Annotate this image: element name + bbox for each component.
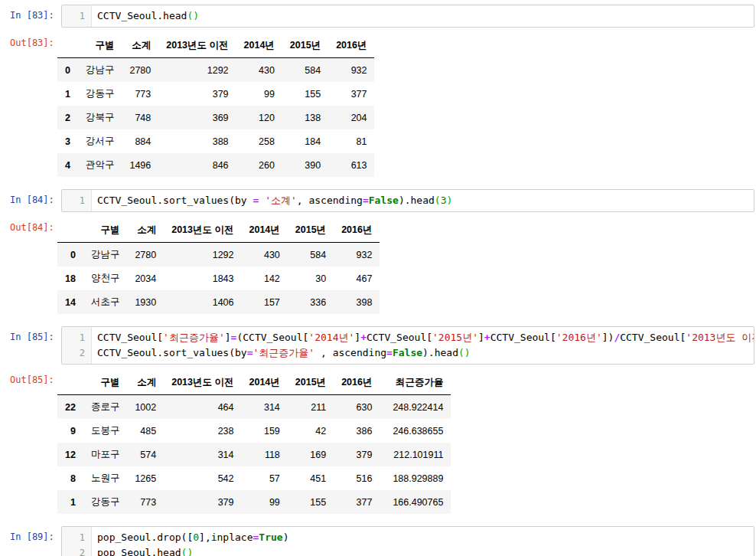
code-token: CCTV_Seoul.sort_values(by <box>97 347 247 358</box>
code-input-area[interactable]: 12CCTV_Seoul['최근증가율']=(CCTV_Seoul['2014년… <box>61 326 754 365</box>
table-row: 9도봉구48523815942386246.638655 <box>57 419 451 443</box>
code-editor[interactable]: CCTV_Seoul['최근증가율']=(CCTV_Seoul['2014년']… <box>92 327 754 364</box>
table-cell: 강남구 <box>83 243 128 267</box>
table-cell: 99 <box>236 82 282 106</box>
table-cell: 258 <box>236 129 282 153</box>
code-input-area[interactable]: 1CCTV_Seoul.sort_values(by = '소계', ascen… <box>61 189 754 212</box>
column-header <box>57 34 78 58</box>
table-cell: 212.101911 <box>380 443 451 466</box>
table-cell: 155 <box>288 490 334 514</box>
table-cell: 강동구 <box>83 490 128 514</box>
code-token: CCTV_Seoul[ <box>97 332 163 343</box>
table-cell: 30 <box>288 267 334 290</box>
output-prompt: Out[85]: <box>0 371 57 386</box>
code-editor[interactable]: CCTV_Seoul.sort_values(by = '소계', ascend… <box>92 190 754 211</box>
cell-input-row: In [89]:12pop_Seoul.drop([0],inplace=Tru… <box>0 526 756 556</box>
row-index: 1 <box>57 490 83 514</box>
code-token: () <box>187 10 199 21</box>
table-cell: 57 <box>242 466 288 490</box>
table-cell: 613 <box>328 153 374 177</box>
table-cell: 1406 <box>164 290 241 314</box>
row-index: 2 <box>57 106 78 129</box>
table-row: 2강북구748369120138204 <box>57 106 374 129</box>
output-area: 구별소계2013년도 이전2014년2015년2016년최근증가율22종로구10… <box>57 371 756 514</box>
line-number: 1 <box>62 193 85 208</box>
table-cell: 1930 <box>127 290 164 314</box>
table-cell: 99 <box>242 490 288 514</box>
table-cell: 강북구 <box>78 106 122 129</box>
column-header: 2013년도 이전 <box>164 218 241 243</box>
code-cell: In [89]:12pop_Seoul.drop([0],inplace=Tru… <box>0 526 756 556</box>
table-cell: 238 <box>164 419 241 443</box>
code-token: ).head <box>399 195 435 206</box>
table-cell: 584 <box>288 243 334 267</box>
table-cell: 166.490765 <box>380 490 451 514</box>
table-cell: 2034 <box>127 267 164 290</box>
table-cell: 630 <box>334 395 380 420</box>
code-token: = <box>247 347 253 358</box>
table-cell: 464 <box>164 395 241 420</box>
table-cell: 142 <box>242 267 288 290</box>
column-header: 2014년 <box>242 218 288 243</box>
code-editor[interactable]: pop_Seoul.drop([0],inplace=True)pop_Seou… <box>92 527 754 556</box>
table-cell: 2780 <box>122 58 158 83</box>
code-input-area[interactable]: 1CCTV_Seoul.head() <box>61 5 754 28</box>
line-number: 1 <box>62 8 85 24</box>
output-area: 구별소계2013년도 이전2014년2015년2016년0강남구27801292… <box>57 34 756 177</box>
table-cell: 42 <box>288 419 334 443</box>
cell-output-row: Out[85]:구별소계2013년도 이전2014년2015년2016년최근증가… <box>0 371 756 514</box>
code-input-area[interactable]: 12pop_Seoul.drop([0],inplace=True)pop_Se… <box>61 526 754 556</box>
table-cell: 120 <box>236 106 282 129</box>
table-cell: 1292 <box>164 243 241 267</box>
table-cell: 248.922414 <box>380 395 451 420</box>
code-token: ).head <box>422 347 458 358</box>
table-cell: 1265 <box>127 466 164 490</box>
code-token: pop_Seoul.head <box>97 547 181 556</box>
code-token: '소계' <box>265 195 297 206</box>
column-header <box>57 218 83 243</box>
column-header: 구별 <box>83 371 128 395</box>
row-index: 3 <box>57 129 78 153</box>
table-row: 0강남구27801292430584932 <box>57 243 380 267</box>
cell-input-row: In [85]:12CCTV_Seoul['최근증가율']=(CCTV_Seou… <box>0 326 756 365</box>
table-cell: 377 <box>328 82 374 106</box>
table-cell: 314 <box>164 443 241 466</box>
code-token: (CCTV_Seoul[ <box>236 332 308 343</box>
code-token: '2013년도 이전' <box>686 332 754 343</box>
table-cell: 314 <box>242 395 288 420</box>
line-number: 2 <box>62 345 85 361</box>
code-token: ] <box>225 332 231 343</box>
code-editor[interactable]: CCTV_Seoul.head() <box>92 5 754 27</box>
dataframe-output-table: 구별소계2013년도 이전2014년2015년2016년최근증가율22종로구10… <box>57 371 451 514</box>
table-row: 22종로구1002464314211630248.922414 <box>57 395 451 420</box>
table-cell: 종로구 <box>83 395 128 420</box>
cell-output-row: Out[84]:구별소계2013년도 이전2014년2015년2016년0강남구… <box>0 218 756 314</box>
table-cell: 542 <box>164 466 241 490</box>
table-row: 1강동구77337999155377 <box>57 82 374 106</box>
table-cell: 138 <box>282 106 328 129</box>
line-number-gutter: 1 <box>62 5 92 27</box>
table-cell: 211 <box>288 395 334 420</box>
column-header: 소계 <box>127 218 164 243</box>
table-body: 22종로구1002464314211630248.9224149도봉구48523… <box>57 395 451 515</box>
table-body: 0강남구278012924305849321강동구773379991553772… <box>57 58 374 178</box>
row-index: 14 <box>57 290 83 314</box>
table-cell: 강동구 <box>78 82 122 106</box>
table-cell: 관악구 <box>78 153 122 177</box>
table-row: 8노원구126554257451516188.929889 <box>57 466 451 490</box>
row-index: 9 <box>57 419 83 443</box>
code-token: , ascending <box>297 195 363 206</box>
table-cell: 1843 <box>164 267 241 290</box>
table-cell: 1292 <box>158 58 236 83</box>
table-cell: 도봉구 <box>83 419 128 443</box>
column-header: 구별 <box>83 218 128 243</box>
code-token <box>259 195 265 206</box>
table-cell: 강서구 <box>78 129 122 153</box>
code-token: = <box>386 347 393 358</box>
cell-input-row: In [84]:1CCTV_Seoul.sort_values(by = '소계… <box>0 189 756 212</box>
table-head: 구별소계2013년도 이전2014년2015년2016년 <box>57 34 374 58</box>
code-token: ],inplace <box>199 531 253 543</box>
code-line: pop_Seoul.drop([0],inplace=True) <box>97 530 751 545</box>
code-token: ] <box>478 332 484 343</box>
input-prompt: In [84]: <box>0 189 61 206</box>
